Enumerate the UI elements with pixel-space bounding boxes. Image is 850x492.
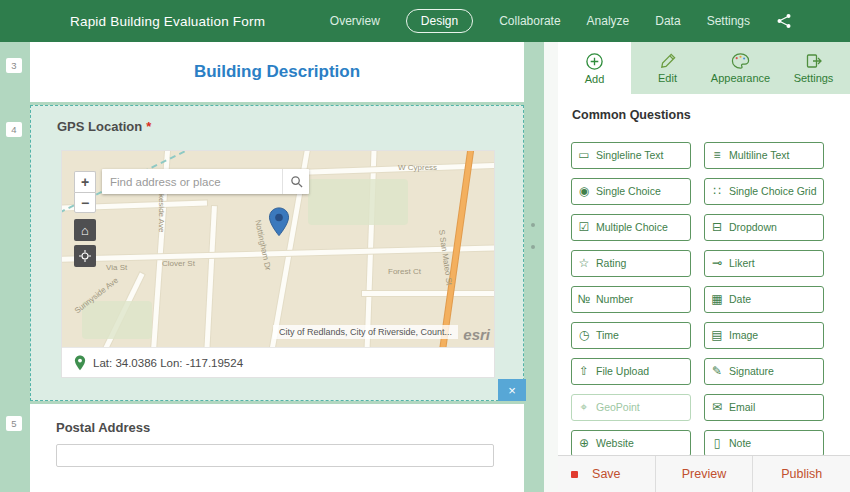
- email-icon: ✉: [710, 401, 724, 414]
- app-title: Rapid Building Evaluation Form: [70, 14, 265, 29]
- question-gps-location[interactable]: GPS Location*: [30, 105, 524, 401]
- question-type-signature[interactable]: ✎Signature: [704, 358, 824, 385]
- map-search-input[interactable]: [102, 169, 282, 194]
- question-type-label: Rating: [596, 258, 626, 269]
- preview-button[interactable]: Preview: [656, 456, 754, 492]
- dropdown-icon: ⊟: [710, 221, 724, 234]
- question-type-label: Multiple Choice: [596, 222, 668, 233]
- publish-label: Publish: [781, 467, 822, 481]
- question-type-label: Date: [729, 294, 751, 305]
- canvas-scrollbar[interactable]: [544, 42, 558, 492]
- question-type-label: Singleline Text: [596, 150, 664, 161]
- nav-design[interactable]: Design: [406, 9, 473, 33]
- map-search: [102, 169, 309, 194]
- question-type-label: Number: [596, 294, 633, 305]
- question-type-date[interactable]: ▦Date: [704, 286, 824, 313]
- question-type-label: Website: [596, 438, 634, 449]
- map-road: [62, 245, 494, 262]
- map-widget: Lakeside Ave Clover St Nottingham Dr Via…: [61, 150, 495, 378]
- map-attribution: City of Redlands, City of Riverside, Cou…: [273, 325, 458, 339]
- nav-data[interactable]: Data: [655, 14, 680, 28]
- question-type-single-choice-grid[interactable]: ∷Single Choice Grid: [704, 178, 824, 205]
- map-pin-icon[interactable]: [268, 207, 290, 241]
- app-header: Rapid Building Evaluation Form Overview …: [0, 0, 850, 42]
- locate-button[interactable]: [74, 245, 96, 267]
- question-postal-address[interactable]: Postal Address: [30, 404, 524, 492]
- question-type-image[interactable]: ▤Image: [704, 322, 824, 349]
- question-type-likert[interactable]: ⊸Likert: [704, 250, 824, 277]
- single-choice-grid-icon: ∷: [710, 185, 724, 198]
- publish-button[interactable]: Publish: [753, 456, 850, 492]
- close-icon: ×: [508, 383, 516, 398]
- nav-overview[interactable]: Overview: [330, 14, 380, 28]
- top-nav: Overview Design Collaborate Analyze Data…: [330, 9, 750, 33]
- signature-icon: ✎: [710, 365, 724, 378]
- single-choice-icon: ◉: [577, 185, 591, 198]
- zoom-controls: + −: [74, 171, 96, 213]
- coordinates-bar: Lat: 34.0386 Lon: -117.19524: [62, 347, 494, 377]
- question-label-text: GPS Location: [57, 119, 142, 134]
- question-type-rating[interactable]: ☆Rating: [571, 250, 691, 277]
- rating-icon: ☆: [577, 257, 591, 270]
- form-title-section[interactable]: Building Description: [30, 42, 524, 102]
- preview-label: Preview: [682, 467, 726, 481]
- question-type-label: Likert: [729, 258, 755, 269]
- time-icon: ◷: [577, 329, 591, 342]
- drag-handle[interactable]: [531, 223, 535, 249]
- geopoint-icon: [74, 355, 86, 371]
- singleline-text-icon: ▭: [577, 149, 591, 162]
- tab-label: Add: [585, 73, 605, 85]
- question-type-label: File Upload: [596, 366, 649, 377]
- street-label: Clover St: [162, 259, 195, 268]
- question-type-singleline-text[interactable]: ▭Singleline Text: [571, 142, 691, 169]
- search-icon: [290, 175, 303, 188]
- postal-address-input[interactable]: [56, 444, 494, 467]
- question-type-label: GeoPoint: [596, 402, 640, 413]
- locate-icon: [79, 250, 91, 262]
- add-icon: [585, 52, 604, 71]
- zoom-out-button[interactable]: −: [74, 192, 96, 213]
- nav-analyze[interactable]: Analyze: [587, 14, 630, 28]
- nav-collaborate[interactable]: Collaborate: [499, 14, 560, 28]
- map-vegetation: [82, 301, 152, 339]
- question-type-multiline-text[interactable]: ≡Multiline Text: [704, 142, 824, 169]
- settings-icon: [805, 52, 823, 70]
- website-icon: ⊕: [577, 437, 591, 450]
- nav-settings[interactable]: Settings: [707, 14, 750, 28]
- tab-label: Appearance: [711, 72, 770, 84]
- number-icon: №: [577, 293, 591, 306]
- question-type-number[interactable]: №Number: [571, 286, 691, 313]
- question-type-note[interactable]: ▯Note: [704, 430, 824, 457]
- tab-settings[interactable]: Settings: [777, 42, 850, 94]
- note-icon: ▯: [710, 437, 724, 450]
- question-type-file-upload[interactable]: ⇧File Upload: [571, 358, 691, 385]
- home-button[interactable]: ⌂: [74, 219, 96, 241]
- remove-question-button[interactable]: ×: [498, 379, 526, 401]
- share-icon[interactable]: [776, 13, 792, 29]
- street-label: Forest Ct: [388, 267, 421, 276]
- question-number-badge: 4: [6, 122, 22, 137]
- home-icon: ⌂: [81, 223, 89, 238]
- question-type-multiple-choice[interactable]: ☑Multiple Choice: [571, 214, 691, 241]
- save-label: Save: [592, 467, 621, 481]
- save-button[interactable]: Save: [558, 456, 656, 492]
- street-label: W Cypress: [398, 163, 437, 172]
- question-number-badge: 5: [6, 416, 22, 431]
- tab-appearance[interactable]: Appearance: [704, 42, 777, 94]
- question-type-email[interactable]: ✉Email: [704, 394, 824, 421]
- question-type-single-choice[interactable]: ◉Single Choice: [571, 178, 691, 205]
- map[interactable]: Lakeside Ave Clover St Nottingham Dr Via…: [62, 151, 494, 347]
- tab-edit[interactable]: Edit: [631, 42, 704, 94]
- zoom-in-button[interactable]: +: [74, 171, 96, 192]
- date-icon: ▦: [710, 293, 724, 306]
- tab-add[interactable]: Add: [558, 42, 631, 94]
- question-type-dropdown[interactable]: ⊟Dropdown: [704, 214, 824, 241]
- search-button[interactable]: [282, 169, 309, 194]
- common-questions-heading: Common Questions: [572, 108, 691, 122]
- question-type-time[interactable]: ◷Time: [571, 322, 691, 349]
- form-canvas: 3 4 5 Building Description GPS Location*: [0, 42, 544, 492]
- question-type-website[interactable]: ⊕Website: [571, 430, 691, 457]
- page-title: Building Description: [194, 62, 360, 82]
- appearance-icon: [731, 52, 750, 70]
- geopoint-type-icon: ⌖: [577, 401, 591, 414]
